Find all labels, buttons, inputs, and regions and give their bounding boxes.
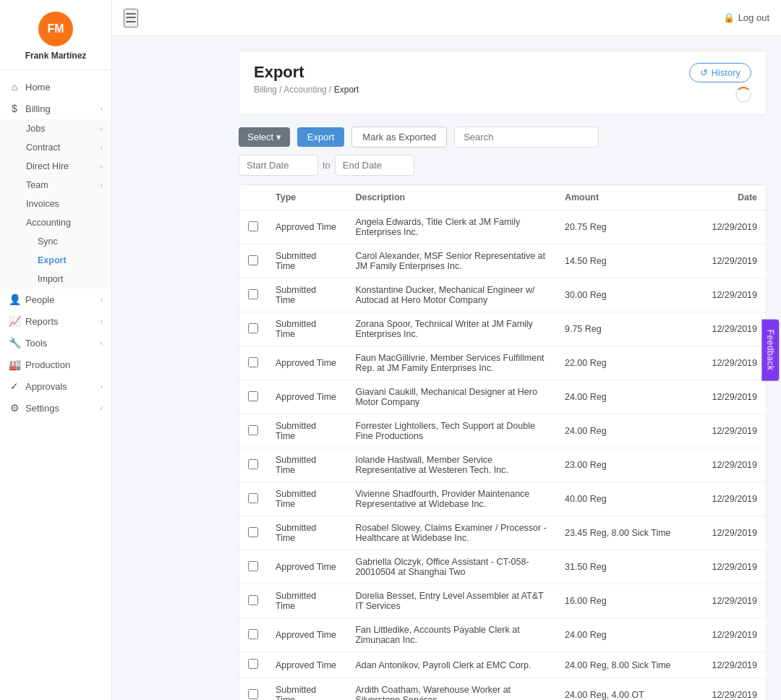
sidebar-item-accounting[interactable]: Accounting <box>0 213 111 232</box>
table-row: Submitted Time Dorelia Besset, Entry Lev… <box>239 584 766 618</box>
sidebar-item-label-export: Export <box>38 255 67 265</box>
hamburger-button[interactable]: ☰ <box>124 9 138 27</box>
row-description: Ardith Coatham, Warehouse Worker at Silv… <box>346 678 556 701</box>
date-separator: to <box>323 160 330 171</box>
table-row: Submitted Time Ardith Coatham, Warehouse… <box>239 678 766 701</box>
sidebar-item-settings[interactable]: ⚙Settings ‹ <box>0 397 111 419</box>
col-header-date: Date <box>701 185 766 210</box>
row-checkbox-12[interactable] <box>248 629 258 639</box>
billing-icon: $ <box>9 103 20 114</box>
sidebar-item-invoices[interactable]: Invoices <box>0 195 111 213</box>
row-checkbox-10[interactable] <box>248 561 258 571</box>
breadcrumb-current: Export <box>334 85 359 95</box>
row-type: Approved Time <box>267 550 346 584</box>
sidebar-item-production[interactable]: 🏭Production <box>0 354 111 375</box>
logout-label: Log out <box>738 12 769 23</box>
sidebar-item-label-direct-hire: Direct Hire <box>26 161 69 171</box>
row-type: Submitted Time <box>267 414 346 448</box>
sidebar-header: FM Frank Martinez <box>0 0 111 70</box>
sidebar-item-reports[interactable]: 📈Reports ‹ <box>0 310 111 332</box>
jobs-chevron: ‹ <box>101 125 103 133</box>
row-checkbox-cell <box>239 312 267 346</box>
row-checkbox-2[interactable] <box>248 289 258 299</box>
col-header-amount: Amount <box>556 185 701 210</box>
row-date: 12/29/2019 <box>701 516 766 550</box>
select-button[interactable]: Select ▾ <box>239 127 290 147</box>
sidebar-item-billing[interactable]: $Billing ‹ <box>0 98 111 119</box>
row-checkbox-4[interactable] <box>248 357 258 367</box>
row-date: 12/29/2019 <box>701 380 766 414</box>
table-row: Approved Time Angela Edwards, Title Cler… <box>239 210 766 244</box>
row-description: Dorelia Besset, Entry Level Assembler at… <box>346 584 556 618</box>
history-button[interactable]: ↺ History <box>689 63 751 82</box>
row-checkbox-7[interactable] <box>248 459 258 469</box>
col-header-checkbox <box>239 185 267 210</box>
row-date: 12/29/2019 <box>701 448 766 482</box>
mark-exported-button[interactable]: Mark as Exported <box>351 127 447 148</box>
sidebar-item-label-home: Home <box>25 82 51 93</box>
row-type: Submitted Time <box>267 312 346 346</box>
row-type: Submitted Time <box>267 278 346 312</box>
row-checkbox-6[interactable] <box>248 425 258 435</box>
row-amount: 40.00 Reg <box>556 482 701 516</box>
row-date: 12/29/2019 <box>701 482 766 516</box>
start-date-input[interactable] <box>239 155 318 176</box>
row-amount: 23.00 Reg <box>556 448 701 482</box>
row-checkbox-cell <box>239 414 267 448</box>
row-checkbox-9[interactable] <box>248 527 258 537</box>
row-checkbox-cell <box>239 244 267 278</box>
sidebar-item-tools[interactable]: 🔧Tools ‹ <box>0 332 111 354</box>
row-checkbox-cell <box>239 516 267 550</box>
sidebar-item-label-production: Production <box>25 359 70 370</box>
reports-icon: 📈 <box>9 315 20 327</box>
breadcrumb-accounting[interactable]: Accounting <box>283 85 326 95</box>
username: Frank Martinez <box>25 51 87 61</box>
sidebar-item-team[interactable]: Team ‹ <box>0 176 111 195</box>
sidebar-item-label-team: Team <box>26 180 48 190</box>
export-button[interactable]: Export <box>297 127 345 147</box>
row-checkbox-8[interactable] <box>248 493 258 503</box>
row-checkbox-cell <box>239 278 267 312</box>
sidebar-item-sync[interactable]: Sync <box>0 232 111 251</box>
table-row: Approved Time Adan Antonikov, Payroll Cl… <box>239 652 766 678</box>
sidebar-item-label-accounting: Accounting <box>26 218 71 228</box>
col-header-description: Description <box>346 185 556 210</box>
row-checkbox-5[interactable] <box>248 391 258 401</box>
row-date: 12/29/2019 <box>701 550 766 584</box>
row-date: 12/29/2019 <box>701 244 766 278</box>
sidebar-item-contract[interactable]: Contract ‹ <box>0 138 111 157</box>
logout-button[interactable]: 🔒 Log out <box>723 12 769 23</box>
sidebar-item-jobs[interactable]: Jobs ‹ <box>0 119 111 138</box>
sidebar-item-direct-hire[interactable]: Direct Hire ‹ <box>0 157 111 176</box>
row-description: Forrester Lightollers, Tech Support at D… <box>346 414 556 448</box>
row-checkbox-3[interactable] <box>248 323 258 333</box>
table-row: Submitted Time Rosabel Slowey, Claims Ex… <box>239 516 766 550</box>
row-type: Submitted Time <box>267 678 346 701</box>
sidebar-item-people[interactable]: 👤People ‹ <box>0 289 111 310</box>
row-checkbox-14[interactable] <box>248 689 258 699</box>
row-date: 12/29/2019 <box>701 652 766 678</box>
sidebar-item-home[interactable]: ⌂Home <box>0 76 111 98</box>
row-type: Submitted Time <box>267 584 346 618</box>
feedback-tab[interactable]: Feedback <box>762 320 780 381</box>
sidebar-item-approvals[interactable]: ✓Approvals ‹ <box>0 375 111 397</box>
row-amount: 9.75 Reg <box>556 312 701 346</box>
row-checkbox-0[interactable] <box>248 221 258 231</box>
row-checkbox-cell <box>239 678 267 701</box>
row-description: Carol Alexander, MSF Senior Representati… <box>346 244 556 278</box>
search-input[interactable] <box>454 127 599 148</box>
row-date: 12/29/2019 <box>701 278 766 312</box>
breadcrumb-billing[interactable]: Billing <box>254 85 277 95</box>
row-amount: 24.00 Reg <box>556 618 701 652</box>
row-checkbox-13[interactable] <box>248 659 258 669</box>
end-date-input[interactable] <box>335 155 414 176</box>
row-checkbox-cell <box>239 210 267 244</box>
table-row: Approved Time Fan Littledike, Accounts P… <box>239 618 766 652</box>
row-checkbox-cell <box>239 584 267 618</box>
sidebar-item-label-tools: Tools <box>25 338 47 349</box>
row-checkbox-11[interactable] <box>248 595 258 605</box>
row-checkbox-1[interactable] <box>248 255 258 265</box>
sidebar-item-import[interactable]: Import <box>0 270 111 289</box>
sidebar-item-export[interactable]: Export <box>0 251 111 270</box>
table-row: Submitted Time Forrester Lightollers, Te… <box>239 414 766 448</box>
